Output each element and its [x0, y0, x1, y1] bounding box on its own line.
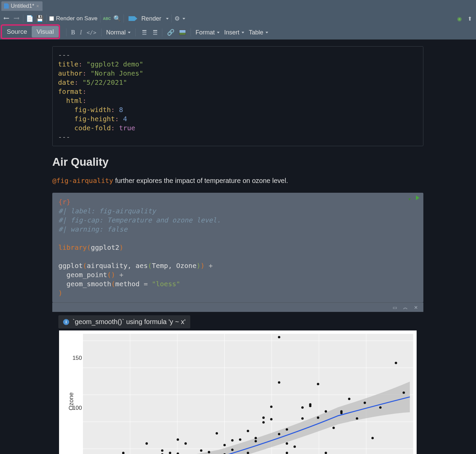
svg-point-19 [200, 449, 202, 452]
separator [123, 15, 124, 23]
chevron-down-icon [265, 32, 268, 33]
format-toolbar: Source Visual B I </> Normal 🔗 Format In… [0, 25, 476, 39]
svg-point-36 [270, 405, 273, 408]
render-arrow-icon [129, 16, 135, 21]
bold-button[interactable]: B [71, 29, 75, 36]
svg-point-15 [177, 452, 179, 454]
chunk-output-toolbar: ▭ ︽ ✕ [52, 302, 423, 312]
svg-point-46 [301, 406, 304, 409]
svg-point-43 [286, 428, 288, 431]
gear-icon[interactable]: ⚙ [174, 15, 180, 22]
section-heading[interactable]: Air Quality [52, 156, 423, 168]
link-icon[interactable]: 🔗 [167, 29, 174, 36]
svg-point-32 [255, 440, 257, 442]
svg-point-61 [379, 406, 382, 409]
y-tick: 100 [71, 405, 82, 411]
floppy-icon[interactable]: 💾 [36, 15, 44, 22]
file-tab[interactable]: Untitled1* × [1, 1, 43, 11]
svg-point-52 [325, 452, 327, 454]
paragraph[interactable]: @fig-airquality further explores the imp… [52, 177, 423, 185]
checkbox-icon[interactable] [49, 16, 54, 21]
output-remove-icon[interactable]: ✕ [414, 305, 418, 310]
chunk-language: {r} [58, 198, 71, 206]
svg-point-38 [278, 433, 280, 435]
plot-panel [83, 334, 413, 454]
svg-point-60 [371, 437, 374, 439]
save-icon[interactable]: 📄 [26, 15, 33, 22]
chunk-option: #| fig-cap: Temperature and ozone level. [58, 216, 221, 224]
plot-output: Ozone 150 100 50 知乎 @心有灵犀 [59, 330, 417, 454]
run-chunk-icon[interactable] [416, 195, 419, 200]
svg-point-4 [122, 452, 124, 454]
gear-dropdown-caret[interactable] [183, 18, 185, 20]
visual-mode-button[interactable]: Visual [32, 26, 58, 37]
crossref-figure[interactable]: @fig-airquality [52, 177, 113, 185]
scatter-points [83, 334, 413, 454]
image-icon[interactable] [179, 30, 186, 35]
insert-label: Insert [224, 29, 240, 36]
format-label: Format [196, 29, 215, 36]
separator [100, 15, 101, 23]
svg-point-47 [301, 417, 304, 420]
svg-point-39 [278, 336, 280, 338]
run-above-icon[interactable]: ▾ [408, 195, 411, 203]
back-icon[interactable]: 🠔 [3, 15, 10, 22]
find-icon[interactable]: 🔍 [113, 15, 121, 22]
output-collapse-icon[interactable]: ︽ [403, 304, 408, 311]
separator [171, 15, 172, 23]
svg-point-37 [270, 418, 273, 421]
document-icon [4, 3, 9, 9]
close-tab-icon[interactable]: × [36, 3, 39, 9]
main-toolbar: 🠔 🠖 📄 💾 Render on Save ABC 🔍 Render ⚙ ◉ … [0, 12, 476, 25]
svg-point-31 [247, 452, 249, 454]
svg-point-50 [317, 383, 319, 385]
svg-point-12 [169, 452, 171, 454]
render-on-save-toggle[interactable]: Render on Save [49, 15, 97, 22]
separator [191, 28, 191, 36]
svg-point-51 [317, 417, 319, 419]
italic-button[interactable]: I [80, 29, 82, 36]
yaml-frontmatter[interactable]: --- title: "ggplot2 demo" author: "Norah… [52, 46, 423, 146]
svg-point-21 [208, 451, 210, 453]
render-button[interactable]: Render [127, 15, 163, 23]
insert-menu[interactable]: Insert [224, 29, 244, 36]
svg-point-25 [223, 444, 226, 446]
chunk-output: i `geom_smooth()` using formula 'y ~ x' … [52, 312, 423, 454]
chevron-down-icon [217, 32, 220, 33]
outline-icon[interactable]: ⬆ [466, 15, 473, 22]
svg-point-29 [239, 438, 241, 441]
svg-point-54 [332, 427, 335, 429]
svg-point-62 [395, 362, 397, 364]
render-dropdown-caret[interactable] [166, 18, 169, 20]
tab-title: Untitled1* [11, 3, 34, 9]
paragraph-text: further explores the impact of temperatu… [113, 177, 288, 184]
chunk-option: #| label: fig-airquality [58, 207, 156, 215]
spellcheck-icon[interactable]: ABC [103, 15, 111, 22]
svg-point-33 [255, 437, 257, 439]
svg-point-41 [286, 452, 288, 454]
chunk-tools: ▾ [408, 195, 419, 203]
code-button[interactable]: </> [87, 29, 96, 36]
bullet-list-icon[interactable] [140, 30, 146, 35]
table-menu[interactable]: Table [249, 29, 268, 36]
forward-icon[interactable]: 🠖 [13, 15, 20, 22]
format-menu[interactable]: Format [196, 29, 220, 36]
svg-point-59 [364, 402, 366, 404]
render-label: Render [141, 15, 161, 22]
numbered-list-icon[interactable] [151, 30, 157, 35]
separator [162, 28, 162, 36]
publish-icon[interactable]: ◉ [456, 15, 463, 22]
svg-point-26 [231, 449, 233, 451]
svg-point-16 [185, 442, 187, 445]
paragraph-style-label: Normal [106, 29, 126, 36]
svg-point-7 [145, 442, 148, 445]
r-code-chunk[interactable]: ▾ {r} #| label: fig-airquality #| fig-ca… [52, 193, 423, 302]
source-mode-button[interactable]: Source [2, 26, 32, 37]
paragraph-style-dropdown[interactable]: Normal [106, 29, 131, 36]
separator [101, 28, 102, 36]
svg-point-63 [402, 392, 405, 394]
svg-point-27 [231, 439, 233, 442]
svg-point-57 [348, 398, 351, 400]
output-popout-icon[interactable]: ▭ [393, 305, 397, 310]
editor-content[interactable]: --- title: "ggplot2 demo" author: "Norah… [0, 39, 476, 454]
